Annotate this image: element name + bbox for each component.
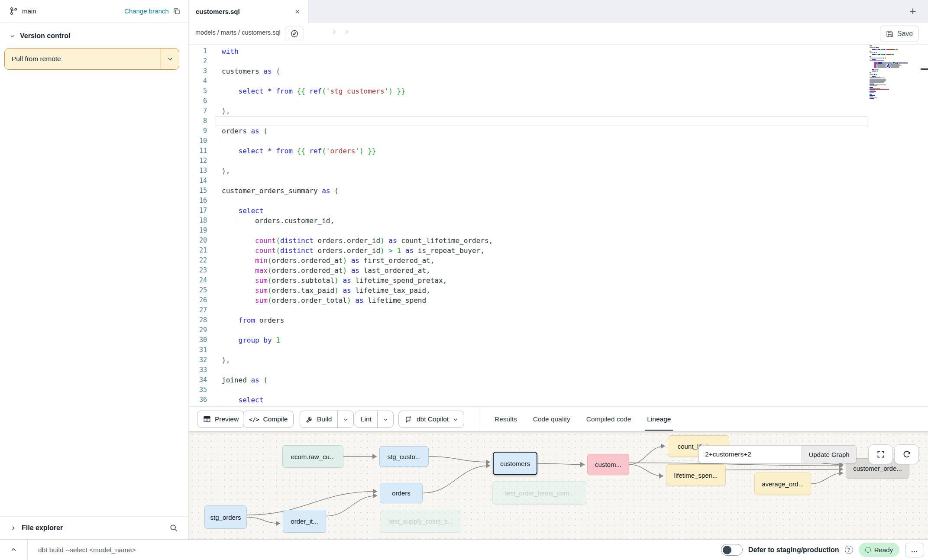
line-number: 9 [189,126,207,136]
code-line-18: 18 orders.customer_id, [189,216,928,226]
status-bar-right: Defer to staging/production ? Ready ... [721,540,924,560]
new-tab-button[interactable]: + [903,0,922,23]
tab-customers-sql[interactable]: customers.sql × [189,0,309,23]
line-number: 16 [189,196,207,206]
line-number: 10 [189,136,207,146]
lineage-node-test_supply[interactable]: test_supply_costs_s... [381,510,461,533]
indent-guide [237,216,237,305]
lint-button[interactable]: Lint [355,411,394,428]
line-number: 4 [189,76,207,86]
close-tab-icon[interactable]: × [295,7,300,16]
pull-dropdown-caret[interactable] [161,49,179,69]
copy-icon[interactable] [173,7,181,15]
line-number: 33 [189,365,207,375]
fullscreen-button[interactable] [868,444,893,464]
tab-code-quality[interactable]: Code quality [532,407,572,432]
chevron-right-icon [343,29,350,35]
expand-command-bar-button[interactable] [0,540,28,560]
line-number: 17 [189,206,207,216]
code-editor[interactable]: 1with23customers as (45 select * from {{… [189,45,928,406]
line-number: 18 [189,216,207,226]
compass-icon[interactable] [285,26,304,41]
code-line-3: 3customers as ( [189,66,928,76]
lineage-node-ecom_raw[interactable]: ecom.raw_cu... [282,445,343,468]
tab-lineage[interactable]: Lineage [646,407,672,432]
line-number: 25 [189,285,207,295]
active-line-highlight [216,116,867,126]
save-label: Save [897,30,913,38]
code-line-20: 20 count(distinct orders.order_id) as co… [189,236,928,246]
line-number: 19 [189,226,207,236]
lineage-node-stg_orders[interactable]: stg_orders [204,505,247,529]
ready-status-badge[interactable]: Ready [859,543,899,557]
lint-label: Lint [361,415,372,423]
save-button[interactable]: Save [880,26,919,42]
preview-button[interactable]: Preview [197,411,245,428]
line-number: 5 [189,86,207,96]
code-line-6: 6 [189,96,928,106]
result-tabs: ResultsCode qualityCompiled codeLineage [493,407,672,432]
scrollbar-marker[interactable] [921,68,928,70]
compile-button[interactable]: </> Compile [243,411,294,428]
dbt-copilot-button[interactable]: dbt Copilot [398,411,464,428]
code-icon: </> [249,416,259,423]
editor-minimap[interactable] [870,45,916,99]
lineage-node-customers[interactable]: customers [493,452,537,475]
defer-toggle[interactable] [721,544,743,556]
help-icon[interactable]: ? [845,546,853,554]
code-line-23: 23 max(orders.ordered_at) as last_ordere… [189,265,928,275]
edge-custom-to-lifetime_spend [629,465,663,476]
sidebar: main Change branch Version control Pull … [0,0,189,539]
lineage-node-lifetime_spend[interactable]: lifetime_spen... [666,464,726,486]
code-line-16: 16 [189,196,928,206]
code-line-25: 25 sum(orders.tax_paid) as lifetime_tax_… [189,285,928,295]
lineage-node-order_items[interactable]: order_it... [283,510,326,533]
line-number: 15 [189,186,207,196]
pull-from-remote-label: Pull from remote [5,55,161,63]
line-number: 20 [189,236,207,246]
code-line-17: 17 select [189,206,928,216]
code-line-5: 5 select * from {{ ref('stg_customers') … [189,86,928,96]
build-dropdown-caret[interactable] [337,411,353,427]
file-explorer-row[interactable]: File explorer [0,516,188,539]
command-input[interactable]: dbt build --select <model_name> [38,540,136,560]
ready-label: Ready [874,546,893,554]
search-icon[interactable] [169,524,178,532]
more-options-button[interactable]: ... [905,543,924,557]
toolbar-divider [479,407,479,432]
lineage-node-custom[interactable]: custom... [587,454,629,475]
lineage-search-input[interactable] [698,445,802,463]
pull-from-remote-button[interactable]: Pull from remote [4,48,179,70]
code-line-7: 7), [189,106,928,116]
update-graph-button[interactable]: Update Graph [802,445,857,463]
edge-custom-to-count_lifetime [629,446,665,465]
code-line-12: 12 [189,156,928,166]
code-line-15: 15customer_orders_summary as ( [189,186,928,196]
editor-tabstrip: customers.sql × + [189,0,928,23]
line-number: 11 [189,146,207,156]
version-control-header[interactable]: Version control [0,23,188,40]
code-line-9: 9orders as ( [189,126,928,136]
refresh-button[interactable] [894,444,919,464]
build-button[interactable]: Build [300,411,354,428]
table-icon [203,415,211,423]
lint-dropdown-caret[interactable] [377,411,393,427]
lineage-node-stg_customers[interactable]: stg_custo... [379,446,429,467]
line-number: 14 [189,176,207,186]
preview-label: Preview [215,415,239,423]
lineage-canvas[interactable]: Update Graph ecom.raw_cu...stg_custo...c… [189,431,928,539]
tab-compiled-code[interactable]: Compiled code [585,407,632,432]
main-area: customers.sql × + models / marts / custo… [189,0,928,539]
line-number: 12 [189,156,207,166]
code-line-13: 13), [189,166,928,176]
line-number: 26 [189,295,207,305]
line-number: 3 [189,66,207,76]
code-line-26: 26 sum(orders.order_total) as lifetime_s… [189,295,928,305]
tab-results[interactable]: Results [493,407,518,432]
lineage-node-test_order_items[interactable]: test_order_items_com... [492,481,587,505]
code-line-33: 33 [189,365,928,375]
change-branch-link[interactable]: Change branch [124,7,169,15]
lineage-node-average_order[interactable]: average_ord... [754,473,811,495]
defer-label: Defer to staging/production [748,546,839,554]
lineage-node-orders[interactable]: orders [380,483,423,503]
